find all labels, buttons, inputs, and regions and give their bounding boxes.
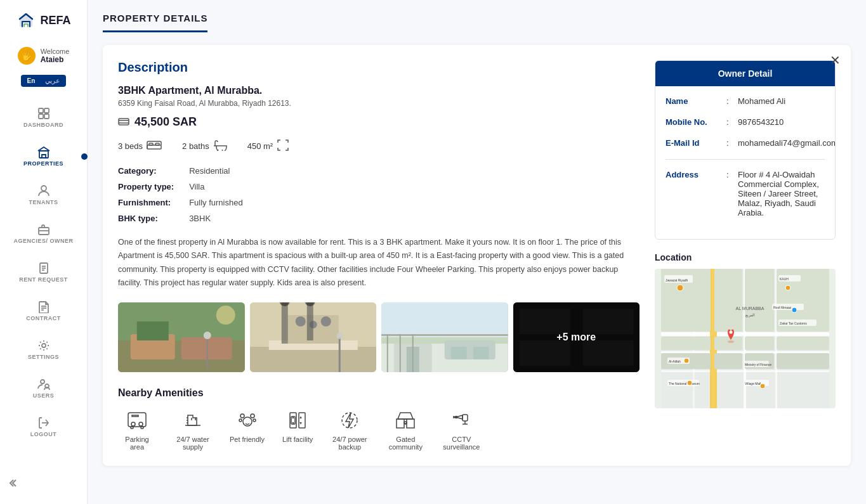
owner-email-value: mohamedali74@gmail.com — [738, 138, 836, 148]
property-type-label: Property type: — [118, 182, 174, 191]
sidebar-item-rent-request[interactable]: RENT REQUEST — [0, 253, 87, 292]
svg-rect-107 — [777, 337, 829, 350]
lang-toggle[interactable]: En عربي — [21, 75, 67, 87]
area-label: 450 m² — [247, 141, 273, 151]
svg-rect-105 — [714, 337, 742, 350]
svg-rect-78 — [299, 413, 305, 428]
owner-divider — [666, 159, 825, 160]
main-content: PROPERTY DETAILS ✕ Description 3BHK Apar… — [88, 0, 866, 504]
logout-icon — [37, 417, 50, 429]
sidebar-item-tenants[interactable]: TENANTS — [0, 176, 87, 214]
gallery-image-1[interactable] — [118, 302, 245, 372]
sidebar-collapse-button[interactable] — [6, 477, 18, 491]
logo-icon — [16, 10, 36, 30]
furnishment-value: Fully furnished — [189, 198, 640, 207]
location-title: Location — [655, 252, 836, 262]
svg-rect-54 — [451, 347, 467, 359]
svg-line-26 — [222, 150, 223, 151]
svg-point-114 — [728, 340, 734, 343]
svg-point-39 — [295, 316, 305, 326]
svg-rect-1 — [44, 108, 49, 113]
lang-en[interactable]: En — [23, 76, 39, 86]
water-icon — [181, 409, 204, 432]
svg-point-86 — [404, 422, 407, 424]
image-gallery: +5 more — [118, 302, 640, 372]
pet-icon — [236, 409, 259, 432]
sidebar-label-contract: CONTRACT — [26, 315, 61, 321]
sidebar-item-logout[interactable]: LOGOUT — [0, 408, 87, 446]
svg-rect-33 — [207, 337, 208, 369]
svg-text:KAUH: KAUH — [780, 277, 789, 281]
cctv-icon — [450, 409, 473, 432]
property-main: Description 3BHK Apartment, Al Murabba. … — [118, 60, 640, 451]
gallery-image-2[interactable] — [250, 302, 377, 372]
gallery-image-3[interactable] — [381, 302, 508, 372]
category-label: Category: — [118, 166, 174, 176]
svg-point-41 — [320, 316, 331, 326]
lift-icon — [286, 409, 309, 432]
svg-rect-106 — [745, 337, 774, 350]
svg-point-47 — [336, 333, 343, 339]
logo: REFA — [10, 10, 77, 30]
gallery-image-4[interactable]: +5 more — [513, 302, 640, 372]
nearby-amenities-section: Nearby Amenities — [118, 387, 640, 451]
svg-text:Jawazat Riyadh: Jawazat Riyadh — [666, 278, 688, 282]
baths-label: 2 baths — [182, 141, 209, 151]
svg-rect-24 — [155, 143, 159, 145]
property-address: 6359 King Faisal Road, Al Murabba, Riyad… — [118, 99, 640, 108]
svg-rect-44 — [306, 302, 313, 340]
sidebar-item-agencies-owner[interactable]: AGENCIES/ OWNER — [0, 214, 87, 253]
user-icon — [37, 378, 50, 391]
svg-point-32 — [216, 306, 235, 325]
svg-rect-82 — [397, 419, 404, 428]
parking-icon — [126, 409, 148, 432]
svg-point-132 — [677, 285, 683, 291]
svg-text:Ministry of Finance: Ministry of Finance — [745, 363, 771, 366]
amenity-parking: Parking area — [118, 409, 156, 451]
svg-rect-2 — [39, 114, 43, 119]
bhk-type-value: 3BHK — [189, 214, 640, 223]
amenity-water-label: 24/7 water supply — [174, 436, 212, 451]
sidebar-item-settings[interactable]: SETTINGS — [0, 330, 87, 369]
owner-detail-header: Owner Detail — [655, 61, 835, 86]
lang-ar[interactable]: عربي — [41, 76, 63, 86]
nav-items: DASHBOARD PROPERTIES TENANTS AGENCIES/ — [0, 98, 87, 504]
svg-rect-87 — [463, 415, 468, 421]
building-icon — [37, 146, 50, 158]
svg-rect-111 — [777, 353, 829, 369]
beds-label: 3 beds — [118, 141, 143, 151]
price-icon — [118, 117, 129, 127]
more-overlay[interactable]: +5 more — [513, 302, 640, 372]
map-container[interactable]: AL MURABBA المربع Jawazat Riyadh KAUH Ro… — [655, 269, 836, 408]
nearby-title: Nearby Amenities — [118, 387, 640, 399]
svg-rect-68 — [141, 427, 143, 429]
owner-sidebar: Owner Detail Name : Mohamed Ali Mobile N… — [655, 60, 836, 451]
svg-point-69 — [131, 422, 135, 426]
property-card: ✕ Description 3BHK Apartment, Al Murabba… — [103, 45, 851, 466]
amenity-gated: Gated community — [386, 409, 424, 451]
owner-name-row: Name : Mohamed Ali — [666, 96, 825, 106]
sidebar-label-tenants: TENANTS — [29, 199, 58, 205]
area-icon — [277, 139, 289, 153]
avatar: 🖐️ — [18, 47, 36, 65]
sidebar-item-contract[interactable]: CONTRACT — [0, 292, 87, 330]
svg-rect-36 — [250, 347, 377, 372]
amenity-lift: Lift facility — [282, 409, 313, 451]
svg-rect-104 — [661, 337, 711, 350]
svg-rect-22 — [147, 145, 161, 149]
svg-point-134 — [792, 307, 797, 313]
close-button[interactable]: ✕ — [830, 54, 841, 67]
svg-point-74 — [251, 414, 254, 418]
user-name: Ataieb — [41, 55, 70, 64]
price-row: 45,500 SAR — [118, 115, 640, 129]
sidebar-item-users[interactable]: USERS — [0, 369, 87, 408]
user-section: 🖐️ Welcome Ataieb — [0, 42, 87, 70]
price-value: 45,500 SAR — [134, 115, 197, 129]
svg-rect-67 — [131, 427, 133, 429]
sidebar-item-properties[interactable]: PROPERTIES — [0, 137, 87, 176]
sidebar-item-dashboard[interactable]: DASHBOARD — [0, 98, 87, 137]
svg-point-115 — [730, 331, 733, 334]
amenities-grid: Parking area — [118, 409, 640, 451]
svg-point-76 — [253, 419, 256, 422]
property-description: One of the finest property in Al Murabba… — [118, 236, 640, 290]
